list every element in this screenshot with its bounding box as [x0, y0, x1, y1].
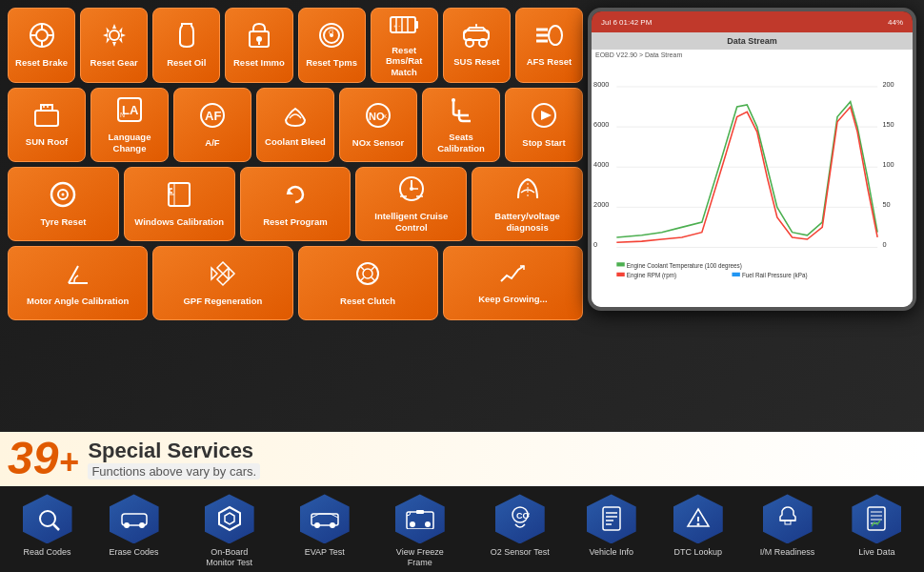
- service-text: Special Services Functions above vary by…: [88, 439, 260, 480]
- vehicle-info-icon: [587, 494, 636, 543]
- o2-sensor-test-label: O2 Sensor Test: [491, 547, 550, 558]
- bottom-o2-sensor-test[interactable]: CO2 O2 Sensor Test: [491, 494, 550, 558]
- device-top-bar: Jul 6 01:42 PM 44%: [592, 11, 913, 32]
- tile-reset-clutch[interactable]: Reset Clutch: [298, 246, 438, 320]
- tile-stop-start[interactable]: Stop Start: [505, 88, 583, 162]
- svg-line-51: [69, 266, 78, 283]
- on-board-monitor-label: On-Board Monitor Test: [196, 547, 263, 568]
- sus-reset-label: SUS Reset: [453, 56, 499, 67]
- tile-language-change[interactable]: LAN Language Change: [90, 88, 169, 162]
- bottom-on-board-monitor[interactable]: On-Board Monitor Test: [196, 494, 263, 568]
- svg-point-104: [696, 523, 699, 526]
- tile-seats-calibration[interactable]: Seats Calibration: [422, 88, 500, 162]
- vehicle-info-label: Vehicle Info: [589, 547, 633, 558]
- dtc-lookup-label: DTC Lookup: [673, 547, 722, 558]
- bottom-read-codes[interactable]: Read Codes: [23, 494, 72, 558]
- reset-brake-icon: [29, 22, 55, 54]
- tile-reset-brake[interactable]: Reset Brake: [8, 8, 75, 83]
- bottom-dtc-lookup[interactable]: DTC Lookup: [673, 494, 723, 558]
- svg-text:Fuel Rail Pressure (kPa): Fuel Rail Pressure (kPa): [742, 272, 808, 279]
- seats-calibration-label: Seats Calibration: [426, 132, 496, 153]
- svg-point-93: [425, 521, 431, 527]
- tile-tyre-reset[interactable]: Tyre Reset: [8, 167, 119, 241]
- gpf-regen-icon: [210, 260, 236, 293]
- reset-oil-label: Reset Oil: [167, 57, 206, 68]
- svg-point-8: [256, 36, 262, 42]
- stop-start-icon: [531, 102, 557, 134]
- svg-point-57: [363, 269, 372, 278]
- tile-reset-bms[interactable]: + - Reset Bms/Rat Match: [371, 8, 438, 83]
- reset-oil-icon: [174, 22, 199, 54]
- svg-text:Engine RPM (rpm): Engine RPM (rpm): [627, 272, 676, 279]
- live-data-label: Live Data: [858, 547, 894, 558]
- on-board-monitor-icon: [205, 494, 254, 543]
- bottom-erase-codes[interactable]: Erase Codes: [110, 494, 159, 558]
- bottom-view-freeze-frame[interactable]: View Freeze Frame: [387, 494, 453, 568]
- tile-afs-reset[interactable]: AFS Reset: [515, 8, 583, 83]
- intelligent-cruise-icon: [397, 175, 426, 208]
- reset-gear-icon: [101, 22, 128, 54]
- special-number: 39: [8, 436, 58, 481]
- svg-point-92: [410, 521, 415, 527]
- coolant-bleed-icon: [282, 103, 309, 133]
- windows-calibration-label: Windows Calibration: [134, 216, 224, 227]
- tile-coolant-bleed[interactable]: Coolant Bleed: [256, 88, 334, 162]
- tile-gpf-regen[interactable]: GPF Regeneration: [152, 246, 292, 320]
- tile-intelligent-cruise[interactable]: Intelligent Cruise Control: [355, 167, 467, 241]
- motor-angle-label: Motor Angle Calibration: [27, 296, 129, 306]
- svg-point-23: [549, 26, 562, 45]
- svg-text:G: G: [329, 29, 334, 35]
- bottom-bar: Read Codes Erase Codes On-Board Monitor …: [0, 486, 924, 572]
- stop-start-label: Stop Start: [522, 137, 565, 148]
- svg-rect-15: [415, 21, 418, 29]
- battery-voltage-icon: [514, 175, 541, 208]
- plus-sign: +: [58, 442, 78, 482]
- tile-reset-immo[interactable]: Reset Immo: [225, 8, 292, 83]
- svg-text:2000: 2000: [593, 200, 609, 209]
- bottom-im-readiness[interactable]: I/M Readiness: [760, 494, 815, 558]
- service-subtitle: Functions above vary by cars.: [88, 463, 260, 480]
- o2-sensor-test-icon: CO2: [495, 494, 545, 543]
- svg-text:+ -: + -: [393, 23, 400, 29]
- tile-nox-sensor[interactable]: NOx NOx Sensor: [339, 88, 417, 162]
- tile-motor-angle[interactable]: Motor Angle Calibration: [8, 246, 148, 320]
- svg-rect-77: [616, 262, 624, 266]
- keep-growing-label: Keep Growing...: [478, 294, 547, 304]
- erase-codes-icon: [110, 494, 159, 543]
- tile-reset-tpms[interactable]: G Reset Tpms: [298, 8, 366, 83]
- svg-marker-52: [217, 262, 229, 274]
- tile-sus-reset[interactable]: SUS Reset: [443, 8, 511, 83]
- motor-angle-icon: [65, 260, 91, 293]
- svg-point-41: [62, 193, 65, 195]
- tile-keep-growing[interactable]: Keep Growing...: [443, 246, 583, 320]
- svg-text:AF: AF: [205, 109, 221, 123]
- svg-point-86: [124, 522, 130, 528]
- tile-af[interactable]: AF A/F: [173, 88, 251, 162]
- nox-sensor-icon: NOx: [364, 102, 392, 134]
- reset-bms-label: Reset Bms/Rat Match: [374, 45, 434, 77]
- svg-text:0: 0: [882, 240, 886, 249]
- tile-reset-oil[interactable]: Reset Oil: [152, 8, 220, 83]
- svg-line-58: [360, 266, 364, 270]
- windows-calibration-icon: [167, 181, 191, 214]
- tile-reset-gear[interactable]: Reset Gear: [80, 8, 148, 83]
- read-codes-icon: [23, 494, 72, 543]
- tile-reset-program[interactable]: Reset Program: [240, 167, 352, 241]
- im-readiness-label: I/M Readiness: [760, 547, 815, 558]
- reset-bms-icon: + -: [389, 13, 419, 42]
- tile-sun-roof[interactable]: SUN Roof: [8, 88, 86, 162]
- svg-rect-94: [416, 510, 424, 514]
- battery-voltage-label: Battery/voltage diagnosis: [475, 211, 579, 233]
- svg-line-59: [372, 266, 375, 270]
- bottom-vehicle-info[interactable]: Vehicle Info: [587, 494, 636, 558]
- svg-point-6: [110, 31, 119, 40]
- tile-battery-voltage[interactable]: Battery/voltage diagnosis: [472, 167, 583, 241]
- reset-gear-label: Reset Gear: [90, 57, 138, 68]
- chart-container: EOBD V22.90 > Data Stream 8000 6000 4000…: [592, 50, 913, 307]
- svg-text:6000: 6000: [593, 120, 609, 129]
- sun-roof-icon: [33, 103, 60, 133]
- tile-windows-calibration[interactable]: Windows Calibration: [124, 167, 235, 241]
- tyre-reset-icon: [50, 181, 76, 214]
- bottom-evap-test[interactable]: EVAP Test: [300, 494, 350, 558]
- bottom-live-data[interactable]: Live Data: [852, 494, 901, 558]
